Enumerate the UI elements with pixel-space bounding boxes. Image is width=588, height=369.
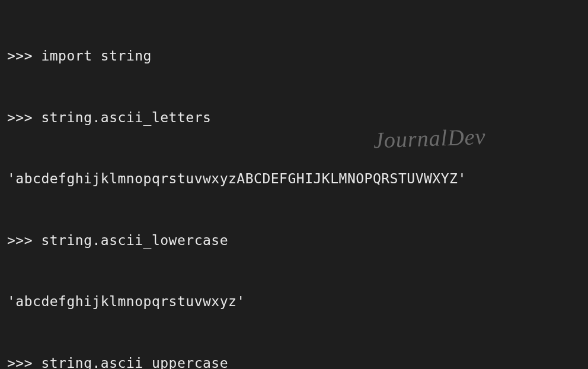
prompt: >>> [7, 233, 33, 248]
command-text: import string [41, 48, 152, 63]
prompt: >>> [7, 110, 33, 125]
terminal-line: >>> string.ascii_uppercase [7, 353, 581, 370]
terminal-line: >>> import string [7, 46, 581, 66]
command-text: string.ascii_uppercase [41, 355, 228, 370]
output-text: 'abcdefghijklmnopqrstuvwxyz' [7, 294, 245, 309]
watermark-text: JournalDev [373, 120, 486, 158]
prompt: >>> [7, 48, 33, 63]
terminal-line: >>> string.ascii_letters [7, 107, 581, 128]
terminal-output[interactable]: >>> import string >>> string.ascii_lette… [7, 5, 581, 369]
terminal-line: >>> string.ascii_lowercase [7, 230, 581, 251]
terminal-line: 'abcdefghijklmnopqrstuvwxyzABCDEFGHIJKLM… [7, 168, 581, 189]
prompt: >>> [7, 355, 33, 370]
output-text: 'abcdefghijklmnopqrstuvwxyzABCDEFGHIJKLM… [7, 171, 466, 186]
command-text: string.ascii_letters [41, 110, 211, 125]
terminal-line: 'abcdefghijklmnopqrstuvwxyz' [7, 291, 581, 312]
command-text: string.ascii_lowercase [41, 233, 228, 248]
